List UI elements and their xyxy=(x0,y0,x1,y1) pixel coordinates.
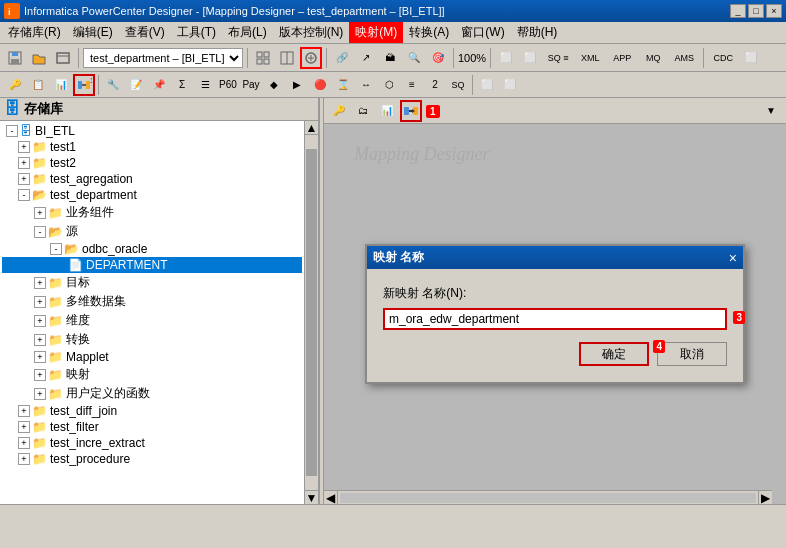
tb2-btn4[interactable]: 🔧 xyxy=(102,74,124,96)
tb2-btn5[interactable]: 📝 xyxy=(125,74,147,96)
expand-mapplet[interactable]: + xyxy=(34,351,46,363)
toolbar-icon-btn4[interactable]: 🎯 xyxy=(427,47,449,69)
expand-mapping[interactable]: + xyxy=(34,369,46,381)
expand-transform[interactable]: + xyxy=(34,334,46,346)
expand-dimension[interactable]: + xyxy=(34,315,46,327)
tree-item-test1[interactable]: + 📁 test1 xyxy=(2,139,302,155)
tree-item-mapplet[interactable]: + 📁 Mapplet xyxy=(2,349,302,365)
toolbar-layout-btn[interactable] xyxy=(276,47,298,69)
expand-business-component[interactable]: + xyxy=(34,207,46,219)
tree-item-dimension[interactable]: + 📁 维度 xyxy=(2,311,302,330)
tb2-mapping-btn[interactable]: 1 xyxy=(73,74,95,96)
expand-incre-extract[interactable]: + xyxy=(18,437,30,449)
tb2-btn1[interactable]: 🔑 xyxy=(4,74,26,96)
menu-tools[interactable]: 工具(T) xyxy=(171,22,222,43)
tb2-btn7[interactable]: Σ xyxy=(171,74,193,96)
menu-transform[interactable]: 转换(A) xyxy=(403,22,455,43)
expand-procedure[interactable]: + xyxy=(18,453,30,465)
dialog-confirm-button[interactable]: 确定 xyxy=(579,342,649,366)
expand-filter[interactable]: + xyxy=(18,421,30,433)
tree-item-department[interactable]: 📄 DEPARTMENT xyxy=(2,257,302,273)
tb2-btn11[interactable]: ◆ xyxy=(263,74,285,96)
h-scroll-thumb[interactable] xyxy=(340,493,756,503)
tb2-btn17[interactable]: ≡ xyxy=(401,74,423,96)
toolbar-close-btn[interactable] xyxy=(52,47,74,69)
tree-scrollbar[interactable]: ▲ ▼ xyxy=(304,121,318,504)
toolbar-save-btn[interactable] xyxy=(4,47,26,69)
menu-edit[interactable]: 编辑(E) xyxy=(67,22,119,43)
toolbar-btn-a[interactable]: ⬜ xyxy=(495,47,517,69)
expand-test1[interactable]: + xyxy=(18,141,30,153)
mapping-canvas[interactable]: Mapping Designer 映射 名称 × 新映射 名称(N): 3 xyxy=(324,124,786,504)
toolbar-arrow-btn[interactable]: ↗ xyxy=(355,47,377,69)
tree-item-multi-dataset[interactable]: + 📁 多维数据集 xyxy=(2,292,302,311)
tb2-btn2[interactable]: 📋 xyxy=(27,74,49,96)
scroll-up[interactable]: ▲ xyxy=(305,121,318,135)
toolbar-icon-ams[interactable]: AMS xyxy=(669,47,699,69)
tb2-btn18[interactable]: 2 xyxy=(424,74,446,96)
expand-test2[interactable]: + xyxy=(18,157,30,169)
expand-odbc-oracle[interactable]: - xyxy=(50,243,62,255)
tree-item-test-agregation[interactable]: + 📁 test_agregation xyxy=(2,171,302,187)
toolbar-icon-cdc[interactable]: CDC xyxy=(708,47,738,69)
expand-multi-dataset[interactable]: + xyxy=(34,296,46,308)
scroll-left[interactable]: ◀ xyxy=(324,491,338,505)
toolbar-zoom-fit-btn[interactable] xyxy=(300,47,322,69)
tree-item-bi-etl[interactable]: - 🗄 BI_ETL xyxy=(2,123,302,139)
menu-help[interactable]: 帮助(H) xyxy=(511,22,564,43)
menu-layout[interactable]: 布局(L) xyxy=(222,22,273,43)
toolbar-icon-sql[interactable]: SQ ≡ xyxy=(543,47,573,69)
expand-test-department[interactable]: - xyxy=(18,189,30,201)
scroll-thumb[interactable] xyxy=(306,149,317,476)
toolbar-icon-app[interactable]: APP xyxy=(607,47,637,69)
toolbar-icon-mq[interactable]: MQ xyxy=(639,47,667,69)
toolbar-icon-btn3[interactable]: 🔍 xyxy=(403,47,425,69)
tb2-btn9[interactable]: P60 xyxy=(217,74,239,96)
dialog-close-button[interactable]: × xyxy=(729,250,737,266)
tree-item-business-component[interactable]: + 📁 业务组件 xyxy=(2,203,302,222)
minimize-button[interactable]: _ xyxy=(730,4,746,18)
tb2-btn3[interactable]: 📊 xyxy=(50,74,72,96)
tb2-btn15[interactable]: ↔ xyxy=(355,74,377,96)
repository-tree[interactable]: - 🗄 BI_ETL + 📁 test1 + 📁 test2 xyxy=(0,121,304,504)
maximize-button[interactable]: □ xyxy=(748,4,764,18)
scroll-down[interactable]: ▼ xyxy=(305,490,318,504)
tree-item-odbc-oracle[interactable]: - 📂 odbc_oracle xyxy=(2,241,302,257)
expand-bi-etl[interactable]: - xyxy=(6,125,18,137)
rt-btn2[interactable]: 🗂 xyxy=(352,100,374,122)
tb2-btn19[interactable]: SQ xyxy=(447,74,469,96)
rt-btn1[interactable]: 🔑 xyxy=(328,100,350,122)
toolbar-connect-btn[interactable]: 🔗 xyxy=(331,47,353,69)
rt-btn3[interactable]: 📊 xyxy=(376,100,398,122)
mapping-name-input[interactable] xyxy=(383,308,727,330)
menu-version-control[interactable]: 版本控制(N) xyxy=(273,22,350,43)
tb2-btn6[interactable]: 📌 xyxy=(148,74,170,96)
expand-diff-join[interactable]: + xyxy=(18,405,30,417)
expand-source[interactable]: - xyxy=(34,226,46,238)
tree-item-diff-join[interactable]: + 📁 test_diff_join xyxy=(2,403,302,419)
tree-item-user-func[interactable]: + 📁 用户定义的函数 xyxy=(2,384,302,403)
canvas-h-scrollbar[interactable]: ◀ ▶ xyxy=(324,490,772,504)
toolbar-icon-xml[interactable]: XML xyxy=(575,47,605,69)
menu-repository[interactable]: 存储库(R) xyxy=(2,22,67,43)
tree-item-mapping[interactable]: + 📁 映射 xyxy=(2,365,302,384)
rt-mapping-btn[interactable] xyxy=(400,100,422,122)
expand-user-func[interactable]: + xyxy=(34,388,46,400)
expand-target[interactable]: + xyxy=(34,277,46,289)
rt-dropdown[interactable]: ▼ xyxy=(760,100,782,122)
tree-item-test2[interactable]: + 📁 test2 xyxy=(2,155,302,171)
toolbar-open-btn[interactable] xyxy=(28,47,50,69)
tree-item-incre-extract[interactable]: + 📁 test_incre_extract xyxy=(2,435,302,451)
tb2-btn13[interactable]: 🔴 xyxy=(309,74,331,96)
tree-item-test-department[interactable]: - 📂 test_department xyxy=(2,187,302,203)
menu-view[interactable]: 查看(V) xyxy=(119,22,171,43)
scroll-right[interactable]: ▶ xyxy=(758,491,772,505)
menu-window[interactable]: 窗口(W) xyxy=(455,22,510,43)
tree-item-source[interactable]: - 📂 源 xyxy=(2,222,302,241)
tree-item-filter[interactable]: + 📁 test_filter xyxy=(2,419,302,435)
tb2-btn16[interactable]: ⬡ xyxy=(378,74,400,96)
toolbar-icon-btn2[interactable]: 🏔 xyxy=(379,47,401,69)
tree-item-transform[interactable]: + 📁 转换 xyxy=(2,330,302,349)
tb2-btn20[interactable]: ⬜ xyxy=(476,74,498,96)
expand-test-agregation[interactable]: + xyxy=(18,173,30,185)
